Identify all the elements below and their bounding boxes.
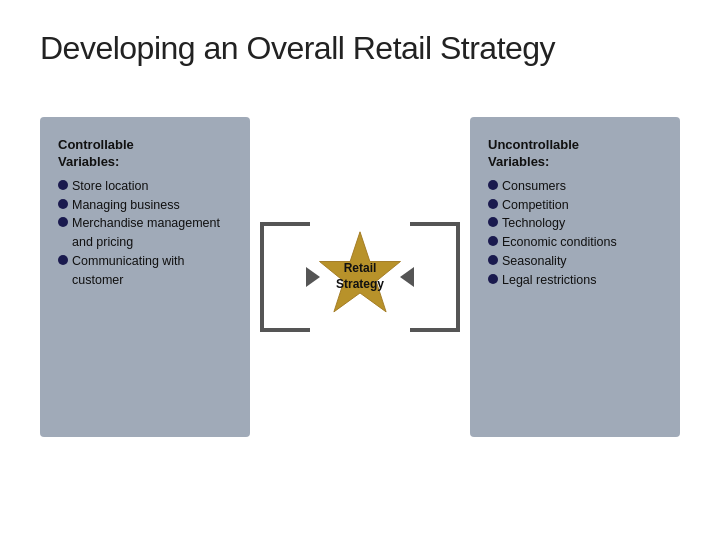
uncontrollable-box: Uncontrollable Variables: Consumers Comp…: [470, 117, 680, 437]
bullet-icon: [58, 199, 68, 209]
uncontrollable-heading: Uncontrollable Variables:: [488, 137, 662, 171]
bullet-icon: [58, 255, 68, 265]
starburst-container: Retail Strategy: [315, 230, 405, 324]
bullet-icon: [488, 236, 498, 246]
bullet-icon: [488, 199, 498, 209]
bullet-icon: [58, 217, 68, 227]
bullet-icon: [488, 180, 498, 190]
middle-section: Retail Strategy: [260, 117, 460, 437]
list-item: Seasonality: [488, 252, 662, 271]
svg-marker-0: [320, 232, 401, 312]
list-item: Managing business: [58, 196, 232, 215]
content-area: Controllable Variables: Store location M…: [40, 97, 680, 457]
list-item: Consumers: [488, 177, 662, 196]
bullet-icon: [58, 180, 68, 190]
controllable-heading: Controllable Variables:: [58, 137, 232, 171]
list-item: Technology: [488, 214, 662, 233]
bullet-icon: [488, 217, 498, 227]
list-item: Legal restrictions: [488, 271, 662, 290]
starburst-icon: [315, 230, 405, 320]
bullet-icon: [488, 255, 498, 265]
list-item: Competition: [488, 196, 662, 215]
slide: Developing an Overall Retail Strategy Co…: [0, 0, 720, 540]
list-item: Economic conditions: [488, 233, 662, 252]
list-item: Merchandise management and pricing: [58, 214, 232, 252]
right-bracket: [410, 222, 460, 332]
controllable-box: Controllable Variables: Store location M…: [40, 117, 250, 437]
bullet-icon: [488, 274, 498, 284]
slide-title: Developing an Overall Retail Strategy: [40, 30, 680, 67]
list-item: Communicating with customer: [58, 252, 232, 290]
list-item: Store location: [58, 177, 232, 196]
left-bracket: [260, 222, 310, 332]
